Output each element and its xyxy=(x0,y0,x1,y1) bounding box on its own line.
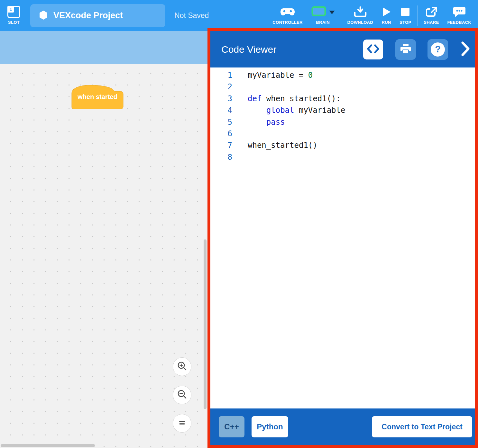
brain-label: BRAIN xyxy=(316,20,330,25)
project-title-button[interactable]: VEXcode Project xyxy=(30,4,165,27)
stop-button[interactable]: STOP xyxy=(395,0,415,31)
collapse-panel-button[interactable] xyxy=(460,40,471,59)
controller-button[interactable]: CONTROLLER xyxy=(268,0,307,31)
vexcode-app: 1 SLOT VEXcode Project Not Saved CONTROL… xyxy=(0,0,478,448)
blocks-canvas[interactable]: when started xyxy=(0,64,210,448)
share-label: SHARE xyxy=(424,20,439,25)
code-area[interactable]: 1myVariable = 023def when_started1():4 g… xyxy=(210,67,475,408)
line-number: 2 xyxy=(210,81,232,93)
zoom-out-button[interactable] xyxy=(173,386,191,404)
palette-header xyxy=(0,31,210,64)
feedback-button[interactable]: FEEDBACK xyxy=(443,0,475,31)
run-button[interactable]: RUN xyxy=(377,0,395,31)
when-started-label: when started xyxy=(71,93,124,101)
code-text: global myVariable xyxy=(248,104,345,116)
code-text: when_started1() xyxy=(248,139,317,151)
code-line: 1myVariable = 0 xyxy=(210,69,475,81)
run-label: RUN xyxy=(381,20,391,25)
horizontal-scrollbar[interactable] xyxy=(1,444,95,447)
brain-dropdown-caret-icon[interactable] xyxy=(329,11,335,14)
code-viewer-panel-highlight: Code Viewer ? xyxy=(207,28,478,448)
code-text: pass xyxy=(248,116,285,128)
code-line: 2 xyxy=(210,81,475,93)
code-line: 3def when_started1(): xyxy=(210,93,475,104)
line-number: 3 xyxy=(210,93,232,104)
magnifier-minus-icon xyxy=(177,389,187,401)
zoom-reset-button[interactable] xyxy=(173,414,191,433)
cpp-tab-button[interactable]: C++ xyxy=(219,416,244,437)
line-number: 5 xyxy=(210,116,232,128)
chevron-right-icon xyxy=(461,41,470,58)
convert-to-text-button[interactable]: Convert to Text Project xyxy=(372,416,472,437)
slot-icon: 1 xyxy=(7,6,20,17)
toolbar-divider xyxy=(417,5,418,26)
slot-number: 1 xyxy=(7,6,14,13)
brain-button[interactable]: BRAIN xyxy=(307,0,339,31)
download-icon xyxy=(354,6,367,17)
python-tab-button[interactable]: Python xyxy=(252,416,288,437)
angle-brackets-icon xyxy=(367,44,379,55)
feedback-label: FEEDBACK xyxy=(447,20,471,25)
code-line: 7when_started1() xyxy=(210,139,475,151)
vertical-scrollbar[interactable] xyxy=(204,239,207,409)
play-icon xyxy=(381,6,391,17)
slot-label: SLOT xyxy=(8,20,20,25)
speech-bubble-icon xyxy=(453,6,466,17)
slot-button[interactable]: 1 SLOT xyxy=(3,0,24,31)
toolbar-divider xyxy=(341,5,341,26)
stop-label: STOP xyxy=(400,20,411,25)
hexagon-icon xyxy=(39,11,48,21)
code-editor-toggle-button[interactable] xyxy=(363,40,383,59)
share-button[interactable]: SHARE xyxy=(419,0,443,31)
help-button[interactable]: ? xyxy=(427,39,448,60)
code-viewer-header: Code Viewer ? xyxy=(210,31,475,67)
stop-icon xyxy=(400,6,410,17)
toolbar: 1 SLOT VEXcode Project Not Saved CONTROL… xyxy=(0,0,478,31)
line-number: 1 xyxy=(210,69,232,81)
gamepad-icon xyxy=(280,6,295,17)
brain-icon xyxy=(311,6,326,18)
download-button[interactable]: DOWNLOAD xyxy=(343,0,377,31)
controller-label: CONTROLLER xyxy=(272,20,302,25)
save-status: Not Saved xyxy=(174,11,209,20)
project-title: VEXcode Project xyxy=(53,11,123,21)
print-button[interactable] xyxy=(395,39,416,60)
download-label: DOWNLOAD xyxy=(347,20,373,25)
magnifier-plus-icon xyxy=(177,361,187,372)
line-number: 4 xyxy=(210,104,232,116)
printer-icon xyxy=(400,43,411,56)
line-number: 8 xyxy=(210,151,232,163)
share-icon xyxy=(425,6,437,17)
blocks-workspace: when started xyxy=(0,31,210,448)
when-started-block[interactable]: when started xyxy=(71,85,124,109)
question-mark-icon: ? xyxy=(431,42,445,57)
equals-icon xyxy=(177,418,187,429)
zoom-in-button[interactable] xyxy=(173,357,191,376)
code-text: myVariable = 0 xyxy=(248,69,313,81)
line-number: 6 xyxy=(210,128,232,139)
code-line: 8 xyxy=(210,151,475,163)
code-viewer-footer: C++ Python Convert to Text Project xyxy=(210,408,475,445)
code-text: def when_started1(): xyxy=(248,93,341,104)
line-number: 7 xyxy=(210,139,232,151)
indent-guide xyxy=(250,105,250,140)
code-viewer-title: Code Viewer xyxy=(221,44,363,55)
